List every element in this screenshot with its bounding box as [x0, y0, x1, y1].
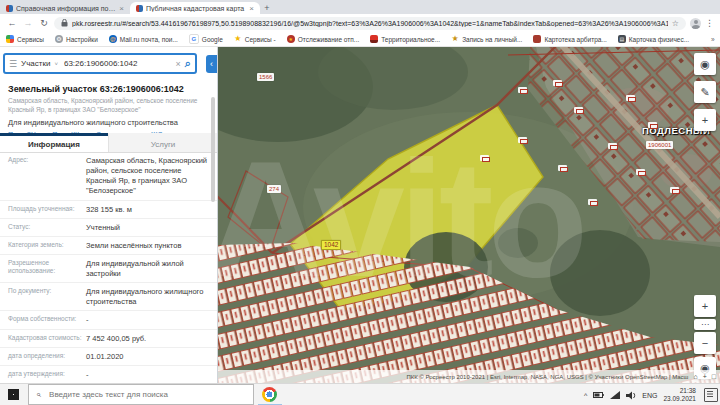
bookmark-item[interactable]: ★Отслеживание отп...: [287, 35, 360, 43]
browser-tab-2-active[interactable]: Публичная кадастровая карта ×: [130, 2, 260, 14]
reload-icon[interactable]: ↻: [38, 18, 50, 28]
card-dark-icon: ▤: [618, 35, 626, 43]
bookmark-item[interactable]: Картотека арбитра...: [533, 35, 606, 43]
parcel-label-1906001[interactable]: 1906001: [646, 141, 673, 149]
bookmark-item[interactable]: Сервисы: [6, 35, 44, 43]
tab-title: Справочная информация по о...: [16, 5, 116, 12]
cadastral-map[interactable]: Avito ПОДЛЕСНЫЙ ◉ ✎ + + ⋯ − ◉ ПКК © Роср…: [218, 47, 720, 383]
parcel-number-mark: [626, 95, 635, 101]
panel-scrollbar[interactable]: [211, 97, 215, 202]
field-value: 328 155 кв. м: [86, 205, 209, 215]
cadastral-info-panel: ☰ Участки ˅ × ⌕ ‹ Земельный участок 63:2…: [0, 47, 218, 383]
network-icon[interactable]: [610, 391, 620, 399]
field-label: Кадастровая стоимость:: [8, 334, 82, 344]
bookmark-item[interactable]: Территориальное...: [370, 35, 440, 43]
clear-search-icon[interactable]: ×: [176, 59, 181, 69]
language-indicator[interactable]: ENG: [642, 392, 657, 399]
field-row: дата утверждения:-: [0, 366, 217, 383]
home-icon[interactable]: ⌂: [693, 373, 697, 380]
bookmark-label: Картотека арбитра...: [544, 36, 606, 43]
parcel-number-mark: [670, 187, 679, 193]
tab-information[interactable]: Информация: [0, 133, 108, 152]
windows-start-button[interactable]: [8, 389, 19, 400]
bookmark-item[interactable]: @Mail.ru почта, пои...: [109, 35, 178, 43]
parcel-title: Земельный участок 63:26:1906006:1042: [8, 84, 209, 94]
panel-tabs: Информация Услуги: [0, 133, 217, 153]
profile-avatar[interactable]: [690, 18, 701, 29]
search-icon[interactable]: ⌕: [185, 57, 191, 70]
battery-icon[interactable]: [593, 391, 604, 399]
taskbar-search-icon: ⌕: [36, 389, 41, 400]
satellite-map-layer[interactable]: [218, 47, 720, 383]
parcel-label-1042[interactable]: 1042: [321, 240, 341, 250]
bookmark-label: Mail.ru почта, пои...: [120, 36, 178, 43]
field-label: Форма собственности:: [8, 315, 82, 325]
field-row: Разрешенное использование:Для индивидуал…: [0, 255, 217, 283]
map-identify-button[interactable]: ◉: [694, 53, 716, 75]
tray-chevron-icon[interactable]: ^: [584, 392, 587, 399]
field-value: -: [86, 370, 209, 380]
field-row: Форма собственности:-: [0, 311, 217, 329]
clock-date: 23.09.2021: [663, 395, 696, 403]
zoom-out-button[interactable]: −: [694, 332, 716, 354]
bookmark-item[interactable]: ⚙Настройки: [55, 35, 98, 43]
search-input[interactable]: [62, 58, 172, 69]
field-row: Статус:Учтенный: [0, 219, 217, 237]
taskbar-search[interactable]: ⌕: [28, 384, 254, 405]
attribution-text: ПКК © Росреестр 2010-2021 | Esri, Interm…: [406, 374, 688, 380]
bookmark-item[interactable]: ▤Карточка физичес...: [618, 35, 689, 43]
new-tab-button[interactable]: +: [260, 2, 274, 14]
tab-services[interactable]: Услуги: [108, 133, 217, 152]
bookmark-item[interactable]: ★Сервисы -: [234, 35, 276, 43]
bookmark-item[interactable]: ★Запись на личный...: [451, 35, 522, 43]
bookmark-label: Настройки: [66, 36, 98, 43]
field-label: Адрес:: [8, 156, 82, 197]
parcel-number-mark: [558, 165, 567, 171]
menu-hamburger-icon[interactable]: ☰: [9, 59, 17, 69]
panel-collapse-button[interactable]: ‹: [206, 55, 217, 73]
zoom-in-button[interactable]: +: [694, 295, 716, 317]
chevron-down-icon: ˅: [54, 61, 58, 67]
speaker-icon[interactable]: [626, 391, 636, 400]
field-label: Площадь уточненная:: [8, 205, 82, 215]
chrome-taskbar-icon[interactable]: [262, 387, 277, 402]
parcel-number-mark: [608, 143, 617, 149]
field-label: По документу:: [8, 287, 82, 307]
action-center-icon[interactable]: [704, 388, 718, 402]
bookmark-label: Сервисы: [17, 36, 44, 43]
bookmark-star-icon[interactable]: ☆: [672, 19, 679, 28]
parcel-number-mark: [480, 155, 489, 161]
tab-close-icon[interactable]: ×: [249, 4, 254, 13]
search-category-select[interactable]: Участки: [21, 59, 50, 68]
field-label: дата утверждения:: [8, 370, 82, 380]
map-attribution-bar: ПКК © Росреестр 2010-2021 | Esri, Interm…: [218, 370, 720, 383]
bookmark-item[interactable]: GGoogle: [189, 34, 223, 44]
parcel-fields-list: Адрес:Самарская область, Красноярский ра…: [0, 152, 217, 383]
tab-close-icon[interactable]: ×: [119, 4, 124, 13]
parcel-number-mark: [518, 137, 527, 143]
flag-red-icon: [370, 35, 378, 43]
browser-tab-1[interactable]: Справочная информация по о... ×: [0, 2, 130, 14]
monitor-icon[interactable]: □: [712, 373, 716, 380]
address-bar[interactable]: pkk.rosreestr.ru/#/search/53.44161967619…: [54, 17, 686, 30]
taskbar-clock[interactable]: 21:38 23.09.2021: [663, 387, 696, 403]
map-add-button[interactable]: +: [694, 109, 716, 131]
field-value: 01.01.2020: [86, 352, 209, 362]
forward-icon[interactable]: →: [22, 18, 34, 28]
browser-menu-icon[interactable]: ⋮: [705, 18, 714, 28]
plus-icon[interactable]: +: [703, 373, 707, 380]
gear-icon: ⚙: [55, 35, 63, 43]
field-row: Адрес:Самарская область, Красноярский ра…: [0, 152, 217, 201]
parcel-search-bar[interactable]: ☰ Участки ˅ × ⌕: [3, 53, 197, 74]
taskbar-search-input[interactable]: [47, 389, 246, 400]
parcel-label-274[interactable]: 274: [267, 185, 281, 193]
back-icon[interactable]: ←: [6, 18, 18, 28]
zoom-scale-button[interactable]: ⋯: [694, 319, 716, 330]
apps-grid-icon: [6, 35, 14, 43]
parcel-label-1566[interactable]: 1566: [257, 73, 274, 81]
map-draw-button[interactable]: ✎: [694, 81, 716, 103]
bookmarks-overflow-icon[interactable]: »: [711, 36, 715, 43]
briefcase-red-icon: [533, 35, 541, 43]
mailru-icon: @: [109, 35, 117, 43]
parcel-number-mark: [574, 107, 583, 113]
